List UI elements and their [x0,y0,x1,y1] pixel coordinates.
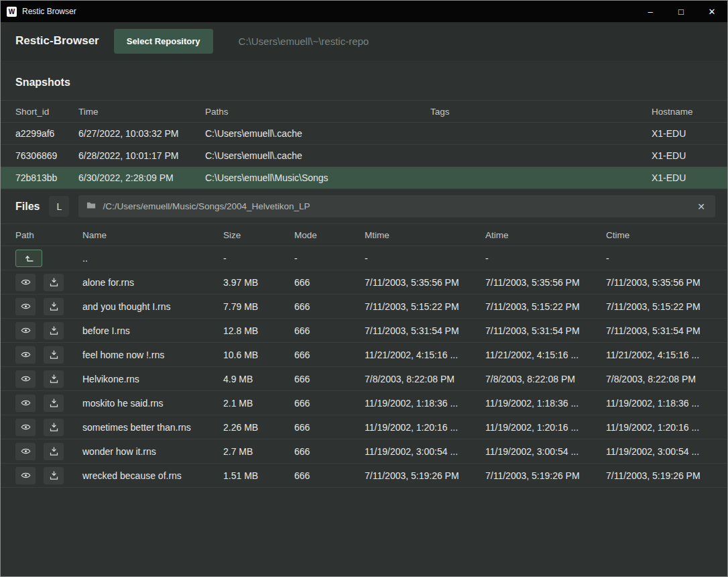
column-header-mode: Mode [294,230,365,240]
parent-dir-mtime: - [365,253,485,264]
titlebar[interactable]: W Restic Browser – □ ✕ [1,1,727,22]
file-mtime: 11/19/2002, 3:00:54 ... [365,446,485,457]
parent-dir-mode: - [294,253,365,264]
file-name: feel home now !.rns [82,350,223,360]
files-path-bar[interactable]: /C:/Users/emuell/Music/Songs/2004_Helvet… [78,195,715,217]
column-header-mtime: Mtime [365,230,485,240]
app-header: Restic-Browser Select Repository C:\User… [1,22,727,60]
parent-dir-ctime: - [606,253,713,264]
snapshot-short-id: a2299af6 [15,128,78,139]
download-file-button[interactable] [44,298,64,315]
file-mtime: 7/11/2003, 5:35:56 PM [365,277,485,288]
file-ctime: 11/19/2002, 1:18:36 ... [606,398,713,409]
snapshot-short-id: 72b813bb [15,172,78,183]
file-size: 1.51 MB [223,470,294,481]
file-name: alone for.rns [82,277,223,288]
repository-path: C:\Users\emuell\~\restic-repo [239,36,369,47]
preview-file-button[interactable] [15,370,36,388]
snapshot-time: 6/30/2022, 2:28:09 PM [78,172,205,183]
file-row: and you thought I.rns 7.79 MB 666 7/11/2… [1,295,727,319]
file-row: wrecked because of.rns 1.51 MB 666 7/11/… [1,464,727,488]
snapshot-row[interactable]: 72b813bb 6/30/2022, 2:28:09 PM C:\Users\… [1,167,727,189]
app-logo-icon: W [7,7,17,17]
file-ctime: 11/19/2002, 1:20:16 ... [606,422,713,433]
snapshot-row[interactable]: 76306869 6/28/2022, 10:01:17 PM C:\Users… [1,145,727,167]
file-mode: 666 [294,446,365,457]
files-l-button[interactable]: L [49,196,69,217]
files-table: Path Name Size Mode Mtime Atime Ctime ..… [1,223,727,488]
preview-file-button[interactable] [15,443,36,460]
file-mtime: 11/19/2002, 1:20:16 ... [365,422,485,433]
file-mode: 666 [294,422,365,433]
column-header-tags: Tags [430,107,652,117]
file-atime: 7/11/2003, 5:35:56 PM [485,277,606,288]
snapshot-short-id: 76306869 [15,150,78,161]
snapshot-row[interactable]: a2299af6 6/27/2022, 10:03:32 PM C:\Users… [1,123,727,145]
file-size: 3.97 MB [223,277,294,288]
file-ctime: 7/8/2003, 8:22:08 PM [606,374,713,384]
download-file-button[interactable] [44,322,64,339]
file-atime: 11/19/2002, 1:20:16 ... [485,422,606,433]
file-mtime: 7/11/2003, 5:31:54 PM [365,325,485,336]
preview-file-button[interactable] [15,395,36,412]
snapshots-section-title: Snapshots [1,60,727,100]
preview-file-button[interactable] [15,419,36,436]
column-header-atime: Atime [485,230,606,240]
column-header-time: Time [78,107,205,117]
download-file-button[interactable] [44,346,64,364]
snapshot-paths: C:\Users\emuell\Music\Songs [205,172,430,183]
parent-dir-atime: - [485,253,606,264]
file-name: and you thought I.rns [82,301,223,312]
preview-file-button[interactable] [15,298,36,315]
file-atime: 7/11/2003, 5:15:22 PM [485,301,606,312]
folder-icon [86,201,96,213]
column-header-paths: Paths [205,107,430,117]
download-file-button[interactable] [44,395,64,412]
close-button[interactable]: ✕ [696,1,727,22]
file-mode: 666 [294,301,365,312]
download-file-button[interactable] [44,274,64,291]
minimize-button[interactable]: – [635,1,666,22]
file-row: wonder how it.rns 2.7 MB 666 11/19/2002,… [1,439,727,464]
file-size: 2.7 MB [223,446,294,457]
file-ctime: 7/11/2003, 5:15:22 PM [606,301,713,312]
parent-dir-name: .. [82,253,223,264]
file-row: sometimes better than.rns 2.26 MB 666 11… [1,415,727,439]
file-size: 7.79 MB [223,301,294,312]
file-mode: 666 [294,277,365,288]
file-mode: 666 [294,374,365,384]
files-bar: Files L /C:/Users/emuell/Music/Songs/200… [1,189,727,223]
maximize-button[interactable]: □ [666,1,696,22]
download-file-button[interactable] [44,443,64,460]
preview-file-button[interactable] [15,467,36,484]
snapshot-hostname: X1-EDU [652,172,713,183]
snapshots-table-header: Short_id Time Paths Tags Hostname [1,100,727,123]
parent-dir-size: - [223,253,294,264]
file-row: moskito he said.rns 2.1 MB 666 11/19/200… [1,391,727,415]
clear-path-icon[interactable]: ✕ [695,201,707,212]
go-up-button[interactable] [15,250,42,267]
snapshots-table: Short_id Time Paths Tags Hostname a2299a… [1,100,727,189]
parent-dir-actions [15,250,82,267]
file-row-actions [15,346,82,364]
file-size: 12.8 MB [223,325,294,336]
file-mtime: 11/19/2002, 1:18:36 ... [365,398,485,409]
preview-file-button[interactable] [15,274,36,291]
download-file-button[interactable] [44,370,64,388]
download-file-button[interactable] [44,419,64,436]
snapshot-hostname: X1-EDU [652,128,713,139]
preview-file-button[interactable] [15,346,36,364]
file-row-actions [15,443,82,460]
file-row-actions [15,395,82,412]
snapshot-time: 6/28/2022, 10:01:17 PM [78,150,205,161]
files-table-body: alone for.rns 3.97 MB 666 7/11/2003, 5:3… [1,270,727,488]
file-atime: 11/19/2002, 3:00:54 ... [485,446,606,457]
preview-file-button[interactable] [15,322,36,339]
column-header-size: Size [223,230,294,240]
file-ctime: 7/11/2003, 5:19:26 PM [606,470,713,481]
file-size: 10.6 MB [223,350,294,360]
file-size: 2.26 MB [223,422,294,433]
download-file-button[interactable] [44,467,64,484]
file-ctime: 7/11/2003, 5:35:56 PM [606,277,713,288]
select-repository-button[interactable]: Select Repository [114,29,213,54]
